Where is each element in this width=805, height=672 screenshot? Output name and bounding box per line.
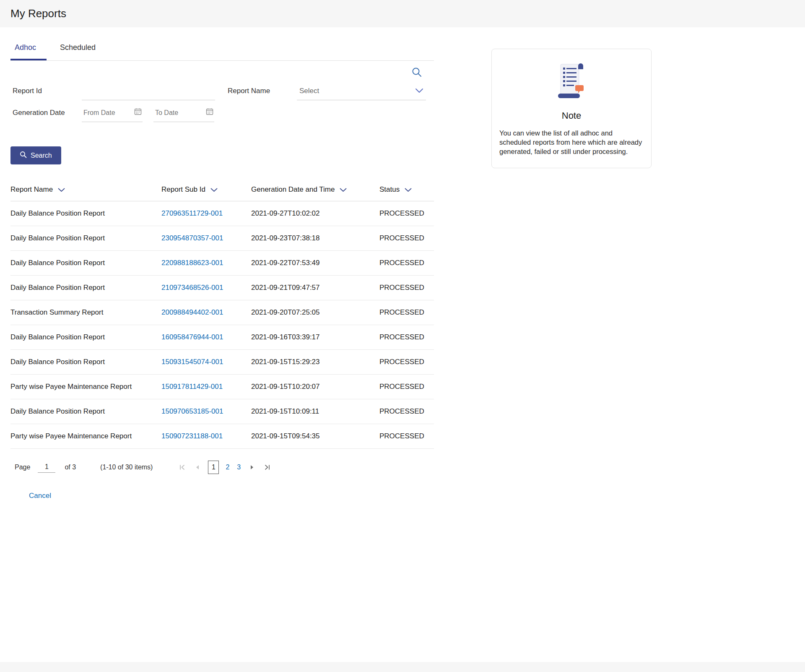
column-header-status: Status <box>379 180 434 201</box>
page-2-link[interactable]: 2 <box>225 464 230 471</box>
report-sub-id-link[interactable]: 220988188623-001 <box>161 259 223 267</box>
search-icon <box>20 151 27 160</box>
status-cell: PROCESSED <box>379 201 434 226</box>
calendar-icon[interactable] <box>134 108 142 117</box>
report-name-cell: Transaction Summary Report <box>10 300 161 325</box>
report-name-label: Report Name <box>226 87 297 100</box>
generation-datetime-cell: 2021-09-21T09:47:57 <box>251 275 379 300</box>
search-toggle-icon[interactable] <box>411 67 422 78</box>
report-sub-id-link[interactable]: 150970653185-001 <box>161 407 223 415</box>
status-cell: PROCESSED <box>379 325 434 349</box>
table-row: Daily Balance Position Report 1509315450… <box>10 349 434 374</box>
reports-table: Report Name Report Sub Id Generation Dat… <box>10 180 434 449</box>
report-name-cell: Daily Balance Position Report <box>10 275 161 300</box>
table-row: Transaction Summary Report 200988494402-… <box>10 300 434 325</box>
pager-controls: 1 2 3 <box>178 461 272 474</box>
page-title: My Reports <box>10 7 66 20</box>
generation-datetime-cell: 2021-09-20T07:25:05 <box>251 300 379 325</box>
tab-bar: Adhoc Scheduled <box>10 40 434 61</box>
search-button-label: Search <box>31 152 52 159</box>
generation-datetime-cell: 2021-09-15T10:20:07 <box>251 374 379 399</box>
sort-chevron-icon[interactable] <box>340 186 347 194</box>
filter-row-1: Report Id Report Name Select <box>10 82 434 100</box>
report-id-label: Report Id <box>10 87 82 100</box>
search-button[interactable]: Search <box>10 146 61 164</box>
report-sub-id-link[interactable]: 150907231188-001 <box>161 432 223 440</box>
page-header: My Reports <box>0 0 805 27</box>
next-page-icon[interactable] <box>247 463 257 472</box>
from-date-input[interactable] <box>82 104 143 122</box>
report-name-cell: Party wise Payee Maintenance Report <box>10 424 161 448</box>
bottom-strip <box>0 662 805 672</box>
report-name-cell: Daily Balance Position Report <box>10 325 161 349</box>
report-sub-id-link[interactable]: 200988494402-001 <box>161 308 223 316</box>
note-illustration-icon <box>499 62 644 104</box>
report-id-input[interactable] <box>82 82 215 100</box>
column-header-generation-date: Generation Date and Time <box>251 180 379 201</box>
report-name-selected-value: Select <box>299 87 319 95</box>
calendar-icon[interactable] <box>206 108 213 117</box>
page-label: Page <box>15 464 30 471</box>
last-page-icon[interactable] <box>262 463 272 472</box>
table-row: Party wise Payee Maintenance Report 1509… <box>10 374 434 399</box>
report-name-cell: Party wise Payee Maintenance Report <box>10 374 161 399</box>
generation-datetime-cell: 2021-09-15T15:29:23 <box>251 349 379 374</box>
filter-row-2: Generation Date <box>10 104 434 122</box>
to-date-field <box>153 104 214 122</box>
note-card: Note You can view the list of all adhoc … <box>491 49 652 168</box>
cancel-link[interactable]: Cancel <box>29 492 51 500</box>
filter-panel: Report Id Report Name Select Generation … <box>10 61 434 164</box>
generation-datetime-cell: 2021-09-22T07:53:49 <box>251 250 379 275</box>
tab-scheduled[interactable]: Scheduled <box>56 40 106 60</box>
table-row: Daily Balance Position Report 2709635117… <box>10 201 434 226</box>
table-row: Daily Balance Position Report 2109734685… <box>10 275 434 300</box>
generation-datetime-cell: 2021-09-15T10:09:11 <box>251 399 379 424</box>
table-header-row: Report Name Report Sub Id Generation Dat… <box>10 180 434 201</box>
table-row: Daily Balance Position Report 2209881886… <box>10 250 434 275</box>
page-body: Adhoc Scheduled Report Id Report Name Se… <box>0 40 805 500</box>
report-name-cell: Daily Balance Position Report <box>10 349 161 374</box>
status-cell: PROCESSED <box>379 226 434 250</box>
tab-adhoc[interactable]: Adhoc <box>10 40 47 60</box>
report-name-cell: Daily Balance Position Report <box>10 201 161 226</box>
table-row: Daily Balance Position Report 1609584769… <box>10 325 434 349</box>
report-sub-id-link[interactable]: 150917811429-001 <box>161 383 223 391</box>
generation-datetime-cell: 2021-09-23T07:38:18 <box>251 226 379 250</box>
status-cell: PROCESSED <box>379 275 434 300</box>
first-page-icon[interactable] <box>178 463 187 472</box>
to-date-input[interactable] <box>153 104 214 122</box>
status-cell: PROCESSED <box>379 399 434 424</box>
report-sub-id-link[interactable]: 160958476944-001 <box>161 333 223 341</box>
status-cell: PROCESSED <box>379 424 434 448</box>
table-row: Daily Balance Position Report 2309548703… <box>10 226 434 250</box>
status-cell: PROCESSED <box>379 250 434 275</box>
previous-page-icon[interactable] <box>193 463 202 472</box>
generation-datetime-cell: 2021-09-15T09:54:35 <box>251 424 379 448</box>
from-date-field <box>82 104 143 122</box>
page-3-link[interactable]: 3 <box>236 464 242 471</box>
sort-chevron-icon[interactable] <box>58 186 65 194</box>
status-cell: PROCESSED <box>379 300 434 325</box>
report-name-select[interactable]: Select <box>297 82 426 100</box>
status-cell: PROCESSED <box>379 349 434 374</box>
page-number-input[interactable] <box>38 461 55 473</box>
report-sub-id-link[interactable]: 270963511729-001 <box>161 209 223 217</box>
sort-chevron-icon[interactable] <box>405 186 412 194</box>
current-page-indicator[interactable]: 1 <box>208 461 219 474</box>
table-row: Party wise Payee Maintenance Report 1509… <box>10 424 434 448</box>
status-cell: PROCESSED <box>379 374 434 399</box>
sort-chevron-icon[interactable] <box>210 186 218 194</box>
page-of-label: of 3 <box>65 464 76 471</box>
generation-datetime-cell: 2021-09-16T03:39:17 <box>251 325 379 349</box>
main-content: Adhoc Scheduled Report Id Report Name Se… <box>10 40 434 500</box>
report-sub-id-link[interactable]: 150931545074-001 <box>161 358 223 366</box>
report-name-cell: Daily Balance Position Report <box>10 250 161 275</box>
report-sub-id-link[interactable]: 210973468526-001 <box>161 284 223 292</box>
generation-datetime-cell: 2021-09-27T10:02:02 <box>251 201 379 226</box>
report-name-cell: Daily Balance Position Report <box>10 226 161 250</box>
pagination-bar: Page of 3 (1-10 of 30 items) 1 2 <box>10 461 434 474</box>
column-header-report-name: Report Name <box>10 180 161 201</box>
items-range-label: (1-10 of 30 items) <box>100 464 153 471</box>
report-sub-id-link[interactable]: 230954870357-001 <box>161 234 223 242</box>
report-name-cell: Daily Balance Position Report <box>10 399 161 424</box>
